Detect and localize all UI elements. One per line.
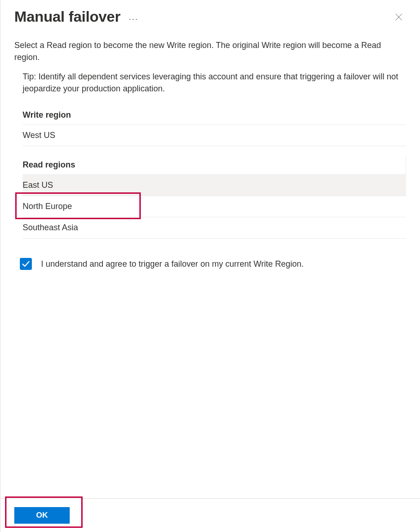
write-region-value: West US (23, 125, 406, 146)
manual-failover-panel: Manual failover ··· Select a Read region… (0, 0, 420, 532)
header-left: Manual failover ··· (14, 8, 138, 25)
read-region-east-us[interactable]: East US (23, 175, 406, 196)
close-button[interactable] (391, 10, 406, 24)
read-region-north-europe[interactable]: North Europe (23, 196, 406, 217)
read-regions-section: Read regions East US North Europe Southe… (14, 155, 406, 239)
page-title: Manual failover (14, 8, 120, 25)
confirm-checkbox[interactable] (20, 258, 32, 270)
panel-header: Manual failover ··· (14, 0, 406, 39)
confirm-label: I understand and agree to trigger a fail… (41, 259, 304, 269)
tip-text: Tip: Identify all dependent services lev… (14, 71, 406, 95)
write-region-header: Write region (23, 106, 406, 125)
check-icon (22, 260, 30, 268)
panel-footer: OK (0, 498, 420, 532)
ok-button[interactable]: OK (14, 507, 70, 524)
write-region-section: Write region West US (14, 106, 406, 146)
close-icon (395, 13, 402, 21)
read-regions-header: Read regions (23, 155, 406, 175)
description-text: Select a Read region to become the new W… (14, 39, 406, 63)
confirm-row: I understand and agree to trigger a fail… (14, 258, 406, 270)
read-region-southeast-asia[interactable]: Southeast Asia (23, 217, 406, 239)
more-icon[interactable]: ··· (129, 11, 138, 23)
